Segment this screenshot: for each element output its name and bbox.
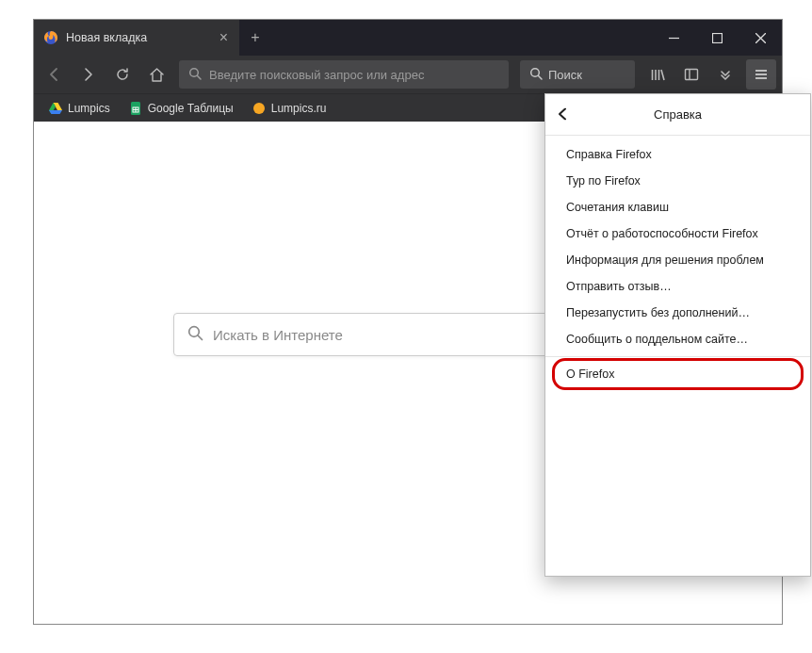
help-item-shortcuts[interactable]: Сочетания клавиш [545,194,810,220]
bookmark-lumpics-ru[interactable]: Lumpics.ru [245,98,334,119]
url-placeholder: Введите поисковый запрос или адрес [209,68,424,82]
help-panel: Справка Справка Firefox Тур по Firefox С… [544,93,811,577]
svg-line-6 [197,75,201,79]
bookmark-google-sheets[interactable]: Google Таблицы [122,98,241,119]
globe-icon [252,102,266,115]
nav-toolbar: Введите поисковый запрос или адрес Поиск [34,56,782,93]
url-bar[interactable]: Введите поисковый запрос или адрес [179,60,509,89]
tab-close-icon[interactable]: × [218,29,230,46]
titlebar: Новая вкладка × + [34,20,782,56]
panel-back-button[interactable] [557,105,569,124]
svg-line-12 [661,70,664,80]
svg-rect-13 [686,70,698,80]
panel-body: Справка Firefox Тур по Firefox Сочетания… [545,136,810,576]
help-item-feedback[interactable]: Отправить отзыв… [545,273,810,300]
overflow-button[interactable] [710,59,740,90]
window-controls [652,20,782,56]
search-bar[interactable]: Поиск [520,60,635,89]
panel-title: Справка [545,107,810,122]
sidebar-button[interactable] [676,59,706,90]
tab-title: Новая вкладка [66,31,210,44]
bookmark-label: Google Таблицы [148,102,234,115]
help-item-about-firefox[interactable]: О Firefox [545,361,810,387]
help-item-report-site[interactable]: Сообщить о поддельном сайте… [545,326,810,352]
home-button[interactable] [141,59,171,90]
reload-button[interactable] [107,59,138,90]
svg-point-25 [253,103,265,114]
help-item-firefox-help[interactable]: Справка Firefox [545,141,810,168]
panel-separator [545,356,810,357]
menu-button[interactable] [746,59,776,90]
bookmark-label: Lumpics [68,102,110,115]
forward-button[interactable] [73,59,104,90]
bookmark-lumpics[interactable]: Lumpics [41,98,118,119]
svg-marker-20 [49,110,62,114]
newtab-search-placeholder: Искать в Интернете [213,327,343,343]
tab-active[interactable]: Новая вкладка × [34,20,239,56]
firefox-icon [43,30,58,45]
new-tab-button[interactable]: + [239,20,271,56]
svg-line-27 [198,335,203,340]
sheets-icon [129,102,142,115]
back-button[interactable] [40,59,70,90]
help-item-tour[interactable]: Тур по Firefox [545,168,810,194]
svg-line-8 [538,75,542,79]
help-item-health-report[interactable]: Отчёт о работоспособности Firefox [545,220,810,247]
svg-rect-2 [712,33,722,42]
library-button[interactable] [642,59,673,90]
panel-header: Справка [545,94,810,136]
drive-icon [49,102,62,115]
close-window-button[interactable] [739,20,782,56]
search-placeholder: Поиск [548,68,582,82]
maximize-button[interactable] [695,20,739,56]
bookmark-label: Lumpics.ru [271,102,327,115]
search-icon [529,67,543,83]
help-item-troubleshooting[interactable]: Информация для решения проблем [545,247,810,273]
help-item-restart-safemode[interactable]: Перезапустить без дополнений… [545,300,810,326]
search-icon [188,67,202,83]
minimize-button[interactable] [652,20,695,56]
search-icon [187,325,203,344]
